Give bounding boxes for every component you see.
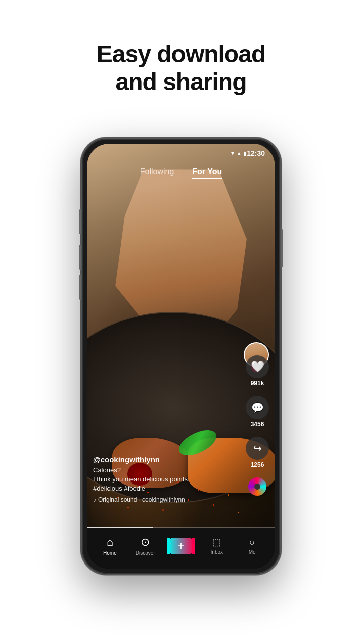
caption-text: Calories? I think you mean delicious poi… xyxy=(93,466,240,494)
like-action[interactable]: 🤍 991k xyxy=(246,355,269,387)
inbox-icon: ⬚ xyxy=(212,537,221,548)
tab-for-you[interactable]: For You xyxy=(192,167,222,179)
like-icon-circle: 🤍 xyxy=(246,355,269,378)
comment-icon: 💬 xyxy=(251,401,264,414)
header-line1: Easy download xyxy=(97,41,265,67)
sound-info[interactable]: ♪ Original sound - cookingwithlynn xyxy=(93,496,240,503)
nav-inbox[interactable]: ⬚ Inbox xyxy=(199,537,234,555)
creator-handle[interactable]: @cookingwithlynn xyxy=(93,455,240,464)
wifi-icon: ▾ xyxy=(231,150,234,157)
heart-icon: 🤍 xyxy=(251,360,264,373)
comment-action[interactable]: 💬 3456 xyxy=(246,396,269,428)
share-count: 1256 xyxy=(251,461,264,468)
music-disc xyxy=(248,477,266,496)
discover-icon: ⊙ xyxy=(141,536,150,549)
share-icon: ↩ xyxy=(253,442,262,454)
home-label: Home xyxy=(103,550,117,556)
phone-body: ▾ ▲ ▮ 12:30 Following For You + xyxy=(80,137,282,575)
caption-line1: Calories? xyxy=(93,466,121,474)
status-icons: ▾ ▲ ▮ xyxy=(231,150,247,157)
discover-label: Discover xyxy=(136,550,155,556)
nav-tabs: Following For You xyxy=(87,163,275,183)
header-line2: and sharing xyxy=(115,68,246,95)
comment-icon-circle: 💬 xyxy=(246,396,269,419)
music-note-icon: ♪ xyxy=(93,496,96,503)
plus-icon: + xyxy=(177,539,185,553)
share-action[interactable]: ↩ 1256 xyxy=(246,437,269,468)
create-button[interactable]: + xyxy=(168,538,194,554)
side-actions: 🤍 991k 💬 3456 ↩ 1256 xyxy=(246,355,269,496)
music-disc-inner xyxy=(254,484,260,490)
caption-line2: I think you mean delicious points. xyxy=(93,475,190,483)
comment-count: 3456 xyxy=(251,421,264,428)
bottom-navigation: ⌂ Home ⊙ Discover + ⬚ Inbox ○ xyxy=(87,528,275,569)
share-icon-circle: ↩ xyxy=(246,437,269,460)
nav-create[interactable]: + xyxy=(163,538,199,554)
me-icon: ○ xyxy=(249,537,255,548)
tab-following[interactable]: Following xyxy=(140,167,174,179)
me-label: Me xyxy=(249,549,256,555)
nav-me[interactable]: ○ Me xyxy=(234,537,270,555)
nav-discover[interactable]: ⊙ Discover xyxy=(128,536,163,556)
app-header: Easy download and sharing xyxy=(97,20,265,111)
hashtags[interactable]: #delicious #foodie xyxy=(93,485,145,492)
like-count: 991k xyxy=(251,380,264,387)
sound-name: Original sound - cookingwithlynn xyxy=(98,496,185,503)
nav-home[interactable]: ⌂ Home xyxy=(92,536,128,556)
status-time: 12:30 xyxy=(247,149,265,157)
phone-screen: ▾ ▲ ▮ 12:30 Following For You + xyxy=(87,144,275,569)
phone-mockup: ▾ ▲ ▮ 12:30 Following For You + xyxy=(70,125,292,588)
inbox-label: Inbox xyxy=(211,549,223,555)
music-disc-action[interactable] xyxy=(248,477,266,496)
signal-icon: ▲ xyxy=(236,150,242,156)
status-bar: ▾ ▲ ▮ 12:30 xyxy=(87,144,275,163)
content-info: @cookingwithlynn Calories? I think you m… xyxy=(93,455,240,504)
home-icon: ⌂ xyxy=(107,536,113,549)
